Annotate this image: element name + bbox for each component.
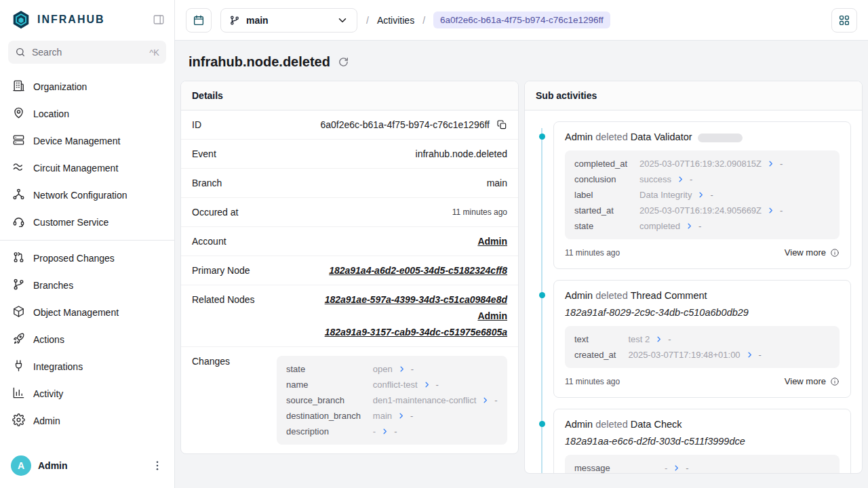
activity-actor: Admin [565, 131, 593, 142]
sidebar-item-label: Device Management [33, 136, 120, 146]
sidebar-item-branches[interactable]: Branches [5, 272, 169, 299]
prop-old-value: 2025-03-07T17:19:48+01:00 [628, 350, 740, 360]
breadcrumb-activity-id-badge[interactable]: 6a0f2e6c-b61a-4f75-b974-c76c1e1296ff [433, 12, 610, 28]
related-node-link[interactable]: 182a91a9-3157-cab9-34dc-c51975e6805a [325, 327, 507, 338]
sub-activity-card: Admin deleted Data Check182a91aa-e6c6-d2… [553, 409, 851, 473]
sub-activities-body: Admin deleted Data Validatorcompleted_at… [525, 110, 862, 473]
location-icon [12, 106, 25, 119]
branch-icon [229, 15, 240, 26]
activity-actor: Admin [565, 419, 593, 430]
branch-selector[interactable]: main [220, 8, 357, 33]
change-key: source_branch [286, 395, 361, 405]
object-icon [12, 305, 25, 318]
sidebar-collapse-button[interactable] [153, 14, 165, 26]
search-input[interactable]: Search ^K [8, 41, 166, 64]
related-node-link[interactable]: Admin [477, 310, 507, 321]
activity-props-box: completed_at2025-03-07T16:19:32.090815Z-… [565, 150, 840, 239]
account-link[interactable]: Admin [477, 236, 507, 247]
prop-new-value: - [780, 205, 783, 216]
user-name: Admin [38, 460, 68, 471]
sub-activities-panel: Sub activities Admin deleted Data Valida… [524, 81, 863, 474]
sidebar-item-activity[interactable]: Activity [5, 380, 169, 407]
prop-new-value: - [780, 159, 783, 169]
prop-new-value: - [710, 190, 713, 200]
sidebar-divider [0, 240, 174, 241]
detail-value: 6a0f2e6c-b61a-4f75-b974-c76c1e1296ff [320, 119, 490, 130]
prop-key: message [574, 463, 652, 473]
sidebar-item-location[interactable]: Location [5, 100, 169, 127]
sub-activity-card: Admin deleted Thread Comment182a91af-802… [553, 280, 851, 398]
activity-node-id: 182a91af-8029-2c9c-34db-c510a6b0db29 [565, 307, 840, 318]
sidebar-item-proposed-changes[interactable]: Proposed Changes [5, 245, 169, 272]
detail-row: Branchmain [181, 169, 518, 198]
sub-activities-header: Sub activities [525, 81, 862, 110]
change-arrow-icon [746, 351, 753, 359]
change-key: destination_branch [286, 411, 361, 421]
sidebar-item-label: Circuit Management [33, 163, 118, 174]
sidebar-item-network-configuration[interactable]: Network Configuration [5, 182, 169, 209]
top-bar: main / Activities / 6a0f2e6c-b61a-4f75-b… [175, 0, 868, 41]
actions-icon [12, 332, 25, 345]
device-icon [12, 134, 25, 146]
view-more-button[interactable]: View more [785, 247, 840, 258]
prop-new-value: - [690, 174, 692, 184]
activity-action: deleted [595, 290, 628, 301]
detail-value: infrahub.node.deleted [416, 148, 507, 159]
sidebar-item-organization[interactable]: Organization [5, 73, 169, 100]
apps-button[interactable] [831, 8, 857, 33]
change-arrow-icon [767, 207, 774, 214]
sidebar-item-label: Network Configuration [33, 190, 127, 201]
user-menu-button[interactable] [151, 460, 163, 472]
main-area: main / Activities / 6a0f2e6c-b61a-4f75-b… [175, 0, 868, 488]
activity-object: Data Check [631, 419, 682, 430]
sidebar-item-device-management[interactable]: Device Management [5, 127, 169, 155]
user-row: A Admin [0, 447, 174, 488]
detail-row-changes: Changesstateopen-nameconflict-test-sourc… [181, 347, 518, 453]
detail-row: AccountAdmin [181, 227, 518, 256]
breadcrumb-slash: / [422, 15, 425, 26]
customer-icon [12, 215, 25, 228]
sub-activity-card: Admin deleted Data Validatorcompleted_at… [553, 121, 851, 269]
sidebar-item-object-management[interactable]: Object Management [5, 299, 169, 326]
activity-props-box: message--keep_branch--enriched_conflict_… [565, 455, 840, 473]
sidebar-item-label: Location [33, 108, 69, 119]
sidebar-item-customer-service[interactable]: Customer Service [5, 209, 169, 236]
prop-new-value: - [686, 463, 688, 473]
sidebar: INFRAHUB Search ^K OrganizationLocationD… [0, 0, 175, 488]
prop-key: text [574, 334, 616, 344]
date-filter-button[interactable] [186, 8, 212, 33]
detail-label: ID [192, 119, 201, 130]
detail-row: Related Nodes182a91ae-597a-4399-34d3-c51… [181, 285, 518, 347]
panels: Details ID6a0f2e6c-b61a-4f75-b974-c76c1e… [175, 81, 868, 474]
sidebar-item-circuit-management[interactable]: Circuit Management [5, 155, 169, 182]
gear-icon [12, 413, 25, 426]
change-arrow-icon [481, 396, 489, 404]
branches-icon [12, 278, 25, 291]
apps-grid-icon [838, 14, 850, 26]
change-new-value: - [494, 395, 497, 405]
sidebar-item-label: Branches [33, 280, 73, 291]
change-old-value: - [373, 426, 376, 436]
detail-row: Primary Node182a91a4-a6d2-e005-34d5-c518… [181, 256, 518, 285]
related-node-link[interactable]: 182a91ae-597a-4399-34d3-c51ca0984e8d [325, 294, 507, 305]
view-more-button[interactable]: View more [785, 376, 840, 386]
sidebar-item-label: Proposed Changes [33, 253, 115, 264]
detail-value: main [487, 178, 507, 188]
prop-key: conclusion [574, 174, 627, 184]
activity-node-id: 182a91aa-e6c6-d2fd-303d-c511f3999dce [565, 436, 840, 447]
refresh-button[interactable] [338, 56, 349, 68]
change-key: description [286, 426, 361, 436]
prop-new-value: - [668, 334, 671, 344]
activity-action: deleted [595, 419, 628, 430]
breadcrumb-activities-link[interactable]: Activities [377, 15, 414, 26]
prop-key: label [574, 190, 627, 200]
sidebar-item-admin[interactable]: Admin [5, 407, 169, 434]
sidebar-item-actions[interactable]: Actions [5, 326, 169, 353]
copy-button[interactable] [496, 119, 507, 130]
sidebar-menu-secondary: Proposed ChangesBranchesObject Managemen… [0, 243, 174, 436]
infrahub-logo[interactable]: INFRAHUB [11, 9, 105, 30]
activity-object: Thread Comment [631, 290, 707, 301]
prop-key: created_at [574, 350, 616, 360]
sidebar-item-integrations[interactable]: Integrations [5, 353, 169, 380]
primary-node-link[interactable]: 182a91a4-a6d2-e005-34d5-c5182324cff8 [329, 265, 507, 276]
